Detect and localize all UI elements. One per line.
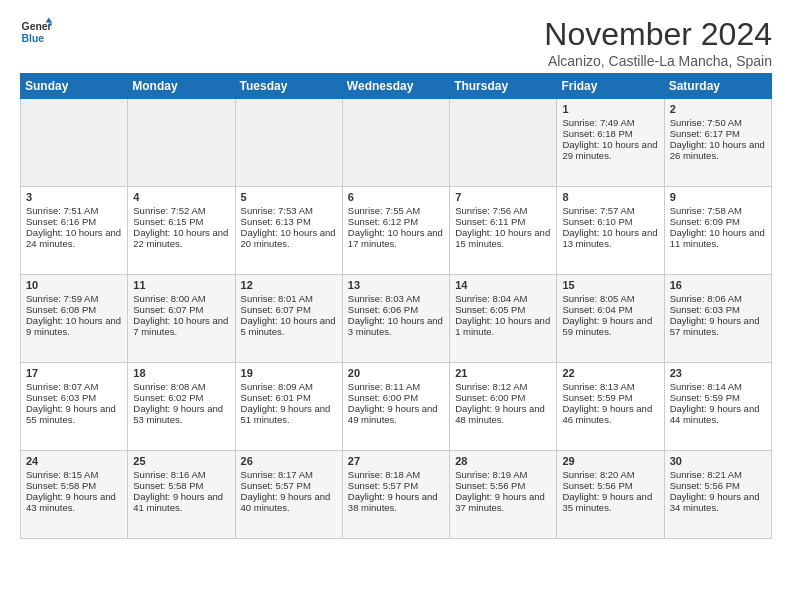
sunset: Sunset: 6:17 PM (670, 128, 740, 139)
sunset: Sunset: 6:08 PM (26, 304, 96, 315)
calendar-cell: 6Sunrise: 7:55 AMSunset: 6:12 PMDaylight… (342, 187, 449, 275)
day-number: 9 (670, 191, 766, 203)
sunset: Sunset: 6:18 PM (562, 128, 632, 139)
calendar-cell: 1Sunrise: 7:49 AMSunset: 6:18 PMDaylight… (557, 99, 664, 187)
sunrise: Sunrise: 8:01 AM (241, 293, 313, 304)
sunrise: Sunrise: 7:50 AM (670, 117, 742, 128)
day-number: 3 (26, 191, 122, 203)
calendar-cell: 4Sunrise: 7:52 AMSunset: 6:15 PMDaylight… (128, 187, 235, 275)
sunrise: Sunrise: 8:18 AM (348, 469, 420, 480)
daylight: Daylight: 9 hours and 49 minutes. (348, 403, 438, 425)
day-number: 16 (670, 279, 766, 291)
calendar-cell (450, 99, 557, 187)
calendar-cell: 29Sunrise: 8:20 AMSunset: 5:56 PMDayligh… (557, 451, 664, 539)
sunrise: Sunrise: 8:07 AM (26, 381, 98, 392)
sunrise: Sunrise: 8:19 AM (455, 469, 527, 480)
day-number: 30 (670, 455, 766, 467)
day-number: 15 (562, 279, 658, 291)
calendar-cell: 22Sunrise: 8:13 AMSunset: 5:59 PMDayligh… (557, 363, 664, 451)
day-header-wednesday: Wednesday (342, 74, 449, 99)
day-number: 25 (133, 455, 229, 467)
daylight: Daylight: 10 hours and 22 minutes. (133, 227, 228, 249)
sunrise: Sunrise: 7:51 AM (26, 205, 98, 216)
logo: General Blue (20, 16, 52, 48)
sunset: Sunset: 6:05 PM (455, 304, 525, 315)
sunset: Sunset: 5:58 PM (26, 480, 96, 491)
sunrise: Sunrise: 8:20 AM (562, 469, 634, 480)
sunrise: Sunrise: 7:55 AM (348, 205, 420, 216)
sunset: Sunset: 5:56 PM (455, 480, 525, 491)
day-number: 14 (455, 279, 551, 291)
calendar-cell (342, 99, 449, 187)
sunset: Sunset: 5:59 PM (670, 392, 740, 403)
daylight: Daylight: 9 hours and 34 minutes. (670, 491, 760, 513)
day-header-monday: Monday (128, 74, 235, 99)
calendar-cell: 20Sunrise: 8:11 AMSunset: 6:00 PMDayligh… (342, 363, 449, 451)
sunrise: Sunrise: 8:08 AM (133, 381, 205, 392)
day-number: 27 (348, 455, 444, 467)
sunrise: Sunrise: 8:04 AM (455, 293, 527, 304)
sunset: Sunset: 6:04 PM (562, 304, 632, 315)
daylight: Daylight: 10 hours and 9 minutes. (26, 315, 121, 337)
day-header-tuesday: Tuesday (235, 74, 342, 99)
day-header-sunday: Sunday (21, 74, 128, 99)
calendar-cell: 25Sunrise: 8:16 AMSunset: 5:58 PMDayligh… (128, 451, 235, 539)
day-number: 8 (562, 191, 658, 203)
daylight: Daylight: 10 hours and 20 minutes. (241, 227, 336, 249)
sunset: Sunset: 6:12 PM (348, 216, 418, 227)
location: Alcanizo, Castille-La Mancha, Spain (544, 53, 772, 69)
day-number: 18 (133, 367, 229, 379)
sunrise: Sunrise: 8:12 AM (455, 381, 527, 392)
sunrise: Sunrise: 8:06 AM (670, 293, 742, 304)
day-number: 4 (133, 191, 229, 203)
sunrise: Sunrise: 7:57 AM (562, 205, 634, 216)
calendar-cell: 5Sunrise: 7:53 AMSunset: 6:13 PMDaylight… (235, 187, 342, 275)
calendar-cell: 15Sunrise: 8:05 AMSunset: 6:04 PMDayligh… (557, 275, 664, 363)
calendar-cell: 18Sunrise: 8:08 AMSunset: 6:02 PMDayligh… (128, 363, 235, 451)
sunrise: Sunrise: 7:53 AM (241, 205, 313, 216)
sunrise: Sunrise: 7:52 AM (133, 205, 205, 216)
daylight: Daylight: 10 hours and 7 minutes. (133, 315, 228, 337)
sunset: Sunset: 5:57 PM (348, 480, 418, 491)
calendar-cell: 13Sunrise: 8:03 AMSunset: 6:06 PMDayligh… (342, 275, 449, 363)
day-number: 19 (241, 367, 337, 379)
daylight: Daylight: 9 hours and 43 minutes. (26, 491, 116, 513)
logo-icon: General Blue (20, 16, 52, 48)
sunrise: Sunrise: 7:56 AM (455, 205, 527, 216)
sunset: Sunset: 6:07 PM (133, 304, 203, 315)
daylight: Daylight: 9 hours and 40 minutes. (241, 491, 331, 513)
day-number: 23 (670, 367, 766, 379)
page-header: General Blue November 2024 Alcanizo, Cas… (20, 16, 772, 69)
sunset: Sunset: 6:03 PM (670, 304, 740, 315)
sunset: Sunset: 6:10 PM (562, 216, 632, 227)
day-number: 11 (133, 279, 229, 291)
calendar-cell: 8Sunrise: 7:57 AMSunset: 6:10 PMDaylight… (557, 187, 664, 275)
day-number: 5 (241, 191, 337, 203)
daylight: Daylight: 9 hours and 55 minutes. (26, 403, 116, 425)
calendar-cell (21, 99, 128, 187)
daylight: Daylight: 10 hours and 3 minutes. (348, 315, 443, 337)
daylight: Daylight: 10 hours and 29 minutes. (562, 139, 657, 161)
daylight: Daylight: 10 hours and 26 minutes. (670, 139, 765, 161)
daylight: Daylight: 9 hours and 51 minutes. (241, 403, 331, 425)
day-number: 22 (562, 367, 658, 379)
calendar-cell: 2Sunrise: 7:50 AMSunset: 6:17 PMDaylight… (664, 99, 771, 187)
month-title: November 2024 (544, 16, 772, 53)
calendar-cell (235, 99, 342, 187)
day-number: 28 (455, 455, 551, 467)
calendar-cell: 7Sunrise: 7:56 AMSunset: 6:11 PMDaylight… (450, 187, 557, 275)
daylight: Daylight: 9 hours and 46 minutes. (562, 403, 652, 425)
calendar-cell: 10Sunrise: 7:59 AMSunset: 6:08 PMDayligh… (21, 275, 128, 363)
week-row-5: 24Sunrise: 8:15 AMSunset: 5:58 PMDayligh… (21, 451, 772, 539)
day-number: 7 (455, 191, 551, 203)
daylight: Daylight: 9 hours and 57 minutes. (670, 315, 760, 337)
sunset: Sunset: 6:02 PM (133, 392, 203, 403)
calendar-cell: 12Sunrise: 8:01 AMSunset: 6:07 PMDayligh… (235, 275, 342, 363)
sunset: Sunset: 6:09 PM (670, 216, 740, 227)
sunrise: Sunrise: 8:17 AM (241, 469, 313, 480)
daylight: Daylight: 10 hours and 24 minutes. (26, 227, 121, 249)
sunrise: Sunrise: 7:59 AM (26, 293, 98, 304)
sunset: Sunset: 5:56 PM (670, 480, 740, 491)
sunrise: Sunrise: 8:15 AM (26, 469, 98, 480)
day-number: 26 (241, 455, 337, 467)
